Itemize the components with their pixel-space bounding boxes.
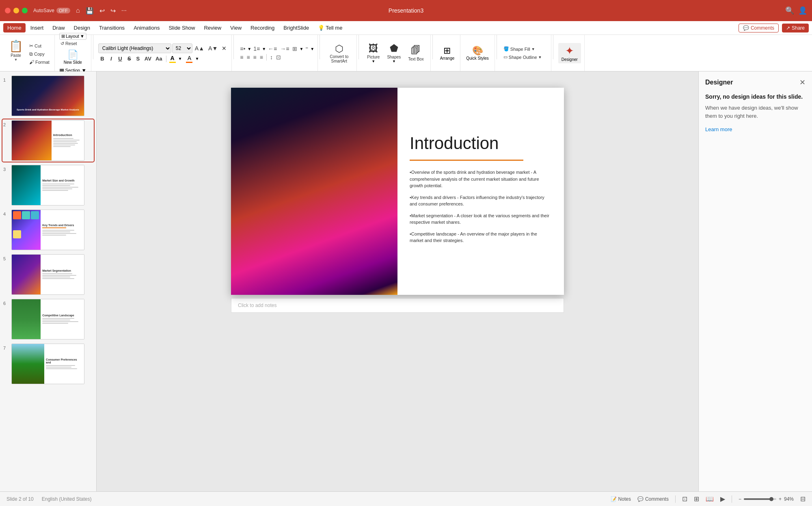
highlight-color-button[interactable]: A bbox=[185, 55, 193, 63]
slide-content[interactable]: Introduction •Overview of the sports dri… bbox=[397, 88, 564, 295]
designer-close-button[interactable]: ✕ bbox=[799, 78, 806, 87]
slide-bullet-4[interactable]: •Competitive landscape - An overview of … bbox=[410, 231, 552, 244]
menu-review[interactable]: Review bbox=[200, 23, 225, 32]
normal-view-button[interactable]: ⊡ bbox=[682, 495, 687, 503]
cut-button[interactable]: ✂ Cut bbox=[28, 42, 51, 50]
slide-thumbnail-6[interactable]: 6 Competitive Landscape bbox=[2, 298, 94, 340]
slide-bullet-3[interactable]: •Market segmentation - A closer look at … bbox=[410, 212, 552, 226]
notes-button[interactable]: 📝 Notes bbox=[611, 496, 631, 502]
strikethrough-button[interactable]: S̶ bbox=[125, 55, 133, 62]
menu-insert[interactable]: Insert bbox=[26, 23, 48, 32]
reading-view-button[interactable]: 📖 bbox=[706, 495, 714, 503]
menu-slideshow[interactable]: Slide Show bbox=[164, 23, 199, 32]
shapes-button[interactable]: ⬟ Shapes ▼ bbox=[384, 41, 404, 65]
menu-tell-me[interactable]: 💡 Tell me bbox=[314, 23, 346, 32]
minimize-button[interactable] bbox=[13, 8, 19, 13]
menu-animations[interactable]: Animations bbox=[130, 23, 164, 32]
increase-font-button[interactable]: A▲ bbox=[193, 44, 206, 52]
bullets-button[interactable]: ≡• bbox=[239, 45, 246, 52]
autosave-toggle[interactable]: OFF bbox=[56, 8, 70, 13]
increase-indent-button[interactable]: →≡ bbox=[279, 45, 290, 52]
format-button[interactable]: 🖌 Format bbox=[28, 58, 51, 66]
quick-styles-button[interactable]: 🎨 Quick Styles bbox=[464, 44, 491, 62]
align-right-button[interactable]: ≡ bbox=[252, 54, 258, 61]
menu-design[interactable]: Design bbox=[70, 23, 94, 32]
arrange-button[interactable]: ⊞ Arrange bbox=[438, 44, 457, 62]
slide-thumbnail-7[interactable]: 7 Consumer Preferences and bbox=[2, 343, 94, 385]
slide-thumbnail-2[interactable]: 2 Introduction bbox=[2, 119, 94, 162]
line-spacing-button[interactable]: ↕ bbox=[269, 54, 274, 61]
columns-button[interactable]: ⊞ bbox=[291, 45, 298, 52]
comments-status-button[interactable]: 💬 Comments bbox=[637, 496, 669, 502]
home-icon[interactable]: ⌂ bbox=[76, 7, 80, 15]
search-icon[interactable]: 🔍 bbox=[785, 6, 794, 15]
font-color-button[interactable]: A bbox=[168, 55, 177, 63]
align-center-button[interactable]: ≡ bbox=[245, 54, 251, 61]
slide-title[interactable]: Introduction bbox=[410, 134, 552, 153]
slide-thumbnail-3[interactable]: 3 Market Size and Growth bbox=[2, 164, 94, 206]
designer-learn-more-link[interactable]: Learn more bbox=[705, 126, 806, 132]
profile-icon[interactable]: 👤 bbox=[798, 6, 807, 15]
reset-button[interactable]: ↺ Reset bbox=[59, 41, 78, 47]
decrease-indent-button[interactable]: ←≡ bbox=[267, 45, 278, 52]
font-family-selector[interactable]: Calibri Light (Headings) bbox=[98, 43, 171, 53]
highlight-color-dropdown[interactable]: ▼ bbox=[195, 56, 199, 61]
numbering-dropdown[interactable]: ▼ bbox=[262, 47, 266, 51]
slide-canvas[interactable]: Introduction •Overview of the sports dri… bbox=[231, 88, 564, 295]
decrease-font-button[interactable]: A▼ bbox=[207, 44, 219, 52]
designer-ribbon-button[interactable]: ✦ Designer bbox=[558, 43, 581, 63]
italic-button[interactable]: I bbox=[107, 55, 115, 62]
layout-dropdown[interactable]: ⊞ Layout ▼ bbox=[59, 33, 86, 40]
shadow-button[interactable]: S bbox=[134, 55, 142, 62]
slide-thumbnail-1[interactable]: 1 Sports Drink and Hydration Beverage Ma… bbox=[2, 75, 94, 117]
change-case-button[interactable]: Aa bbox=[154, 55, 164, 62]
zoom-slider[interactable] bbox=[744, 498, 776, 500]
font-size-selector[interactable]: 52 bbox=[172, 43, 192, 53]
menu-recording[interactable]: Recording bbox=[246, 23, 279, 32]
slideshow-button[interactable]: ▶ bbox=[720, 495, 725, 503]
zoom-out-button[interactable]: − bbox=[739, 496, 741, 502]
fit-slide-button[interactable]: ⊟ bbox=[800, 495, 806, 503]
picture-button[interactable]: 🖼 Picture ▼ bbox=[364, 41, 383, 65]
save-icon[interactable]: 💾 bbox=[86, 7, 94, 15]
menu-transitions[interactable]: Transitions bbox=[95, 23, 129, 32]
canvas-area[interactable]: Introduction •Overview of the sports dri… bbox=[97, 71, 698, 491]
close-button[interactable] bbox=[5, 8, 11, 13]
redo-icon[interactable]: ↪ bbox=[110, 7, 116, 15]
font-color-dropdown[interactable]: ▼ bbox=[178, 56, 182, 61]
maximize-button[interactable] bbox=[22, 8, 28, 13]
notes-area[interactable]: Click to add notes bbox=[231, 298, 564, 313]
bullets-dropdown[interactable]: ▼ bbox=[247, 47, 251, 51]
slide-bullet-1[interactable]: •Overview of the sports drink and hydrat… bbox=[410, 169, 552, 189]
char-spacing-button[interactable]: AV bbox=[143, 55, 153, 62]
copy-button[interactable]: ⧉ Copy bbox=[28, 50, 51, 58]
share-button[interactable]: ↗ Share bbox=[782, 24, 809, 32]
justify-button[interactable]: ≡ bbox=[259, 54, 264, 61]
bold-button[interactable]: B bbox=[98, 55, 106, 62]
text-direction-button[interactable]: ⊡ bbox=[275, 54, 282, 61]
smartart-text-dropdown[interactable]: ▼ bbox=[310, 47, 314, 51]
slide-thumbnail-5[interactable]: 5 Market Segmentation bbox=[2, 253, 94, 296]
slide-bullet-2[interactable]: •Key trends and drivers - Factors influe… bbox=[410, 194, 552, 208]
slide-thumbnail-4[interactable]: 4 Key Trends and Drivers bbox=[2, 209, 94, 251]
textbox-button[interactable]: 🗐 Text Box bbox=[405, 43, 427, 63]
zoom-in-button[interactable]: + bbox=[779, 496, 782, 502]
menu-draw[interactable]: Draw bbox=[48, 23, 69, 32]
clear-format-button[interactable]: ✕ bbox=[220, 44, 228, 52]
menu-brightslide[interactable]: BrightSlide bbox=[279, 23, 313, 32]
paste-button[interactable]: 📋 Paste ▼ bbox=[6, 41, 26, 61]
numbering-button[interactable]: 1≡ bbox=[252, 45, 261, 52]
undo-icon[interactable]: ↩ bbox=[99, 7, 105, 15]
comments-button[interactable]: 💬 Comments bbox=[739, 24, 779, 32]
smartart-text-button[interactable]: ⁼ bbox=[304, 45, 309, 52]
columns-dropdown[interactable]: ▼ bbox=[299, 47, 303, 51]
new-slide-button[interactable]: 📄 New Slide bbox=[61, 48, 84, 66]
convert-smartart-button[interactable]: ⬡ Convert to SmartArt bbox=[325, 41, 353, 65]
shape-outline-button[interactable]: ▭ Shape Outline ▼ bbox=[502, 54, 544, 61]
menu-home[interactable]: Home bbox=[3, 23, 26, 32]
more-icon[interactable]: ··· bbox=[121, 7, 127, 15]
underline-button[interactable]: U bbox=[116, 55, 124, 62]
menu-view[interactable]: View bbox=[226, 23, 246, 32]
align-left-button[interactable]: ≡ bbox=[239, 54, 244, 61]
shape-fill-button[interactable]: 🪣 Shape Fill ▼ bbox=[502, 45, 537, 52]
